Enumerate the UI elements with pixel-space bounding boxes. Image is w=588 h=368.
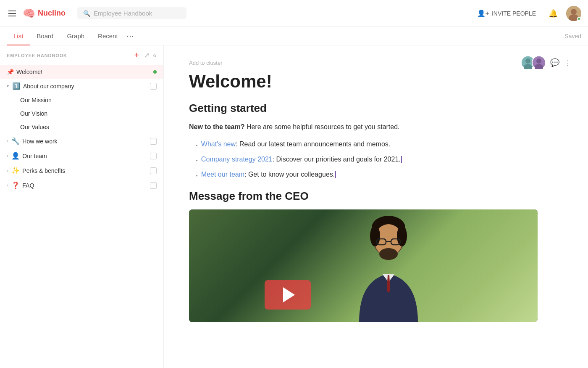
- svg-point-13: [397, 225, 407, 246]
- intro-paragraph: New to the team? Here are some helpful r…: [189, 122, 563, 132]
- intro-bold: New to the team?: [189, 123, 244, 130]
- item-checkbox[interactable]: [150, 138, 157, 145]
- user-avatar[interactable]: [566, 6, 581, 21]
- sidebar-item-welcome-label: Welcome!: [16, 69, 42, 75]
- meet-team-rest: : Get to know your colleagues.: [244, 171, 335, 178]
- item-checkbox[interactable]: [150, 182, 157, 189]
- logo-brain-icon: 🧠: [23, 8, 35, 19]
- resources-list: ● What's new: Read our latest team annou…: [189, 139, 563, 180]
- sidebar-title: EMPLOYEE HANDBOOK: [7, 53, 129, 58]
- sidebar-item-welcome[interactable]: 📌 Welcome!: [0, 65, 163, 79]
- svg-point-1: [571, 9, 577, 15]
- company-strategy-rest: : Discover our priorities and goals for …: [273, 156, 401, 163]
- svg-point-7: [536, 58, 541, 64]
- sidebar-item-about-company-label: About our company: [23, 83, 74, 90]
- svg-point-12: [370, 225, 380, 246]
- list-item-text: Meet our team: Get to know your colleagu…: [201, 169, 336, 180]
- sidebar-item-perks-benefits-label: Perks & benefits: [22, 167, 65, 174]
- whats-new-link[interactable]: What's new: [201, 140, 236, 148]
- collaborator-avatar-2: [532, 56, 546, 70]
- sidebar-item-our-vision-label: Our Vision: [20, 110, 47, 117]
- active-dot: [153, 70, 157, 74]
- collaborator-avatars: [521, 56, 546, 70]
- sidebar-item-our-team-label: Our team: [22, 153, 47, 159]
- list-item-text: What's new: Read our latest team announc…: [201, 139, 390, 149]
- list-item: ● Company strategy 2021: Discover our pr…: [196, 154, 563, 164]
- logo[interactable]: 🧠 Nuclino: [23, 8, 66, 19]
- search-placeholder: Employee Handbook: [94, 10, 152, 17]
- sidebar-collapse-icon[interactable]: «: [153, 52, 157, 59]
- sidebar-item-about-company[interactable]: ▾ 1️⃣ About our company: [0, 79, 163, 93]
- sidebar-item-how-we-work-label: How we work: [22, 138, 57, 145]
- sidebar-item-our-values-label: Our Values: [20, 124, 49, 130]
- sidebar-item-our-mission[interactable]: Our Mission: [0, 93, 163, 107]
- cursor-marker-2: [335, 171, 336, 178]
- ceo-video[interactable]: [189, 209, 538, 322]
- bullet-dot: ●: [196, 158, 198, 163]
- notifications-bell-icon[interactable]: 🔔: [549, 9, 558, 18]
- sidebar-add-button[interactable]: +: [132, 50, 141, 60]
- tab-recent[interactable]: Recent: [91, 27, 125, 45]
- search-bar[interactable]: 🔍 Employee Handbook: [77, 7, 186, 19]
- list-item: ● What's new: Read our latest team annou…: [196, 139, 563, 149]
- tab-graph[interactable]: Graph: [60, 27, 91, 45]
- video-background: [189, 209, 538, 322]
- tab-board[interactable]: Board: [30, 27, 60, 45]
- sidebar-header: EMPLOYEE HANDBOOK + ⤢ «: [0, 45, 163, 65]
- chevron-right-icon: ›: [7, 168, 8, 173]
- tab-more-icon[interactable]: ⋯: [126, 32, 134, 41]
- bullet-dot: ●: [196, 143, 198, 148]
- sidebar-item-our-vision[interactable]: Our Vision: [0, 107, 163, 120]
- chevron-right-icon: ›: [7, 154, 8, 158]
- search-icon: 🔍: [83, 10, 90, 17]
- video-play-button[interactable]: [265, 280, 311, 310]
- list-item: ● Meet our team: Get to know your collea…: [196, 169, 563, 180]
- online-indicator: [577, 17, 581, 21]
- add-to-cluster-label: Add to cluster: [189, 60, 223, 66]
- chevron-right-icon: ›: [7, 139, 8, 143]
- list-item-text: Company strategy 2021: Discover our prio…: [201, 154, 402, 164]
- comment-icon[interactable]: 💬: [550, 58, 559, 67]
- intro-rest: Here are some helpful resources to get y…: [244, 123, 399, 130]
- invite-icon: 👤+: [477, 9, 489, 17]
- invite-people-button[interactable]: 👤+ INVITE PEOPLE: [473, 7, 540, 20]
- bullet-dot: ●: [196, 173, 198, 178]
- perks-benefits-icon: ✨: [11, 167, 20, 175]
- document-title: Welcome!: [189, 71, 563, 92]
- more-options-icon[interactable]: ⋮: [564, 58, 571, 67]
- sidebar: EMPLOYEE HANDBOOK + ⤢ « 📌 Welcome! ▾ 1️⃣…: [0, 45, 164, 368]
- sidebar-item-our-mission-label: Our Mission: [20, 97, 52, 103]
- person-silhouette: [346, 213, 430, 322]
- sidebar-item-perks-benefits[interactable]: › ✨ Perks & benefits: [0, 163, 163, 178]
- sidebar-item-faq[interactable]: › ❓ FAQ: [0, 178, 163, 193]
- sidebar-item-our-values[interactable]: Our Values: [0, 120, 163, 134]
- add-to-cluster-link[interactable]: Add to cluster: [189, 59, 563, 66]
- meet-our-team-link[interactable]: Meet our team: [201, 171, 244, 178]
- svg-point-4: [525, 58, 530, 64]
- cursor-marker: [401, 156, 402, 163]
- getting-started-heading: Getting started: [189, 102, 563, 115]
- item-checkbox[interactable]: [150, 83, 157, 90]
- saved-label: Saved: [564, 33, 581, 40]
- sidebar-item-how-we-work[interactable]: › 🔧 How we work: [0, 134, 163, 148]
- topbar-left: 🧠 Nuclino 🔍 Employee Handbook: [7, 7, 186, 19]
- company-strategy-link[interactable]: Company strategy 2021: [201, 156, 273, 163]
- tabbar: List Board Graph Recent ⋯ Saved: [0, 27, 588, 45]
- topbar-right: 👤+ INVITE PEOPLE 🔔: [473, 6, 581, 21]
- pin-icon: 📌: [7, 69, 14, 75]
- ceo-section-heading: Message from the CEO: [189, 190, 563, 203]
- tab-list[interactable]: List: [7, 27, 30, 45]
- chevron-down-icon: ▾: [7, 84, 9, 88]
- sidebar-item-our-team[interactable]: › 👤 Our team: [0, 148, 163, 163]
- content-area: 💬 ⋮ Add to cluster Welcome! Getting star…: [164, 45, 588, 368]
- sidebar-expand-icon[interactable]: ⤢: [144, 51, 150, 59]
- invite-label: INVITE PEOPLE: [492, 10, 536, 17]
- item-checkbox[interactable]: [150, 167, 157, 174]
- svg-point-14: [379, 248, 398, 260]
- our-team-icon: 👤: [11, 152, 20, 160]
- item-checkbox[interactable]: [150, 153, 157, 159]
- how-we-work-icon: 🔧: [11, 137, 20, 145]
- sidebar-item-faq-label: FAQ: [22, 182, 34, 189]
- chevron-right-icon: ›: [7, 183, 8, 188]
- hamburger-menu-icon[interactable]: [7, 9, 18, 18]
